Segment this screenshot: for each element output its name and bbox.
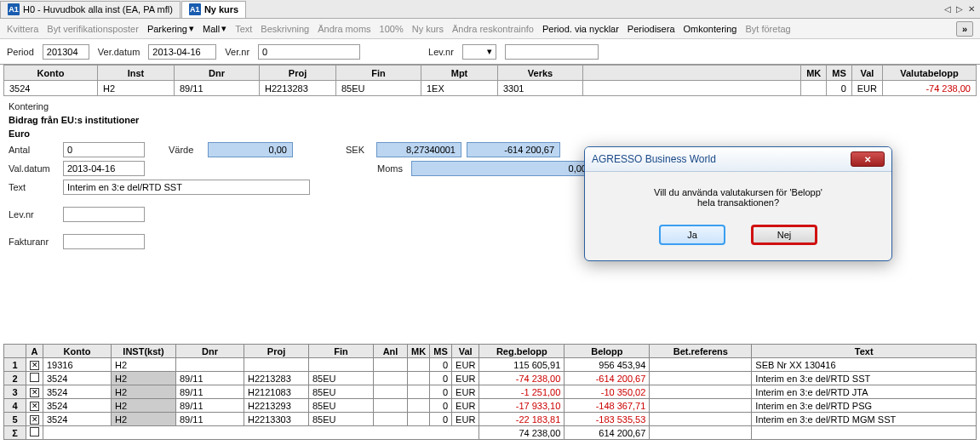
bcol-regbelopp[interactable]: Reg.belopp xyxy=(479,345,565,358)
cell-fin[interactable]: 85EU xyxy=(309,385,374,399)
cell-fin[interactable]: 85EU xyxy=(309,413,374,426)
cell-text[interactable]: Interim en 3:e del/RTD PSG xyxy=(752,399,977,413)
col-val[interactable]: Val xyxy=(851,66,882,81)
col-konto[interactable]: Konto xyxy=(4,66,98,81)
col-inst[interactable]: Inst xyxy=(98,66,175,81)
cell-inst[interactable]: H2 xyxy=(112,413,176,426)
menu-period-via-nycklar[interactable]: Period. via nycklar xyxy=(542,24,619,34)
cell-anl[interactable] xyxy=(374,413,408,426)
cell-dnr[interactable]: 89/11 xyxy=(175,81,260,96)
cell-dnr[interactable] xyxy=(176,358,244,372)
cell-ms[interactable]: 0 xyxy=(430,399,452,413)
cell-betref[interactable] xyxy=(650,385,752,399)
cell-val[interactable]: EUR xyxy=(452,399,479,413)
cell-verks[interactable]: 3301 xyxy=(498,81,583,96)
cell-proj[interactable]: H2213293 xyxy=(244,399,309,413)
cell-reg[interactable]: -1 251,00 xyxy=(479,385,565,399)
bcol-dnr[interactable]: Dnr xyxy=(176,345,244,358)
cell-betref[interactable] xyxy=(650,372,752,385)
cell-inst[interactable]: H2 xyxy=(112,399,176,413)
levnr-input2[interactable] xyxy=(63,207,145,222)
col-dnr[interactable]: Dnr xyxy=(175,66,260,81)
menu-parkering[interactable]: Parkering▾ xyxy=(147,23,194,34)
cell-fin[interactable] xyxy=(309,358,374,372)
cell-val[interactable]: EUR xyxy=(452,385,479,399)
cell-konto[interactable]: 3524 xyxy=(43,399,112,413)
cell-text[interactable]: Interim en 3:e del/RTD JTA xyxy=(752,385,977,399)
text-input[interactable] xyxy=(63,180,310,195)
cell-dnr[interactable]: 89/11 xyxy=(176,385,244,399)
bcol-fin[interactable]: Fin xyxy=(309,345,374,358)
vernr-input[interactable] xyxy=(258,44,360,60)
cell-fin[interactable]: 85EU xyxy=(309,399,374,413)
cell-bel[interactable]: 956 453,94 xyxy=(565,358,650,372)
cell-konto[interactable]: 3524 xyxy=(4,81,98,96)
cell-proj[interactable]: H2213283 xyxy=(244,372,309,385)
cell-text[interactable]: Interim en 3:e del/RTD MGM SST xyxy=(752,413,977,426)
cell-ms[interactable]: 0 xyxy=(430,413,452,426)
cell-bel[interactable]: -10 350,02 xyxy=(565,385,650,399)
cell-val[interactable]: EUR xyxy=(452,372,479,385)
tab-ny-kurs[interactable]: A1 Ny kurs xyxy=(181,1,246,18)
col-fin[interactable]: Fin xyxy=(336,66,421,81)
cell-mk[interactable] xyxy=(801,81,827,96)
cell-fin[interactable]: 85EU xyxy=(309,372,374,385)
bcol-betreferens[interactable]: Bet.referens xyxy=(650,345,752,358)
cell-bel[interactable]: -614 200,67 xyxy=(565,372,650,385)
menu-ny-kurs[interactable]: Ny kurs xyxy=(412,24,444,34)
cell-proj[interactable]: H2213283 xyxy=(260,81,336,96)
cell-betref[interactable] xyxy=(650,399,752,413)
tab-close-icon[interactable]: ✕ xyxy=(966,4,977,14)
menu-mall[interactable]: Mall▾ xyxy=(203,23,226,34)
cell-bel[interactable]: -148 367,71 xyxy=(565,399,650,413)
bcol-inst[interactable]: INST(kst) xyxy=(112,345,176,358)
bcol-val[interactable]: Val xyxy=(452,345,479,358)
cell-proj[interactable]: H2121083 xyxy=(244,385,309,399)
dialog-titlebar[interactable]: AGRESSO Business World ✕ xyxy=(585,147,891,172)
table-row[interactable]: 33524H289/11H212108385EU0EUR-1 251,00-10… xyxy=(4,385,977,399)
cell-reg[interactable]: -22 183,81 xyxy=(479,413,565,426)
cell-reg[interactable]: 115 605,91 xyxy=(479,358,565,372)
cell-val[interactable]: EUR xyxy=(452,413,479,426)
row-checkbox[interactable] xyxy=(26,385,43,399)
bcol-ms[interactable]: MS xyxy=(430,345,452,358)
valdatum-input[interactable] xyxy=(63,161,145,176)
cell-anl[interactable] xyxy=(374,358,408,372)
menu-andra-moms[interactable]: Ändra moms xyxy=(318,24,370,34)
close-icon[interactable]: ✕ xyxy=(851,151,885,167)
cell-proj[interactable] xyxy=(244,358,309,372)
cell-text[interactable]: Interim en 3:e del/RTD SST xyxy=(752,372,977,385)
cell-mpt[interactable]: 1EX xyxy=(421,81,498,96)
bcol-text[interactable]: Text xyxy=(752,345,977,358)
cell-inst[interactable]: H2 xyxy=(112,372,176,385)
tab-next-icon[interactable]: ▷ xyxy=(954,4,965,14)
cell-valutabelopp[interactable]: -74 238,00 xyxy=(883,81,977,96)
menu-kvittera[interactable]: Kvittera xyxy=(7,24,38,34)
cell-mk[interactable] xyxy=(408,372,430,385)
bcol-belopp[interactable]: Belopp xyxy=(565,345,650,358)
period-input[interactable] xyxy=(43,44,89,60)
bcol-a[interactable]: A xyxy=(26,345,43,358)
cell-bel[interactable]: -183 535,53 xyxy=(565,413,650,426)
cell-dnr[interactable]: 89/11 xyxy=(176,372,244,385)
row-checkbox[interactable] xyxy=(26,358,43,372)
menu-text[interactable]: Text xyxy=(235,24,252,34)
cell-ms[interactable]: 0 xyxy=(430,372,452,385)
cell-inst[interactable]: H2 xyxy=(112,385,176,399)
cell-inst[interactable]: H2 xyxy=(112,358,176,372)
cell-anl[interactable] xyxy=(374,399,408,413)
cell-proj[interactable]: H2213303 xyxy=(244,413,309,426)
tab-huvudbok[interactable]: A1 H0 - Huvudbok alla inst (EA, PA mfl) xyxy=(0,1,181,18)
cell-mk[interactable] xyxy=(408,385,430,399)
col-proj[interactable]: Proj xyxy=(260,66,336,81)
cell-inst[interactable]: H2 xyxy=(98,81,175,96)
menu-omkontering[interactable]: Omkontering xyxy=(684,24,737,34)
row-checkbox[interactable] xyxy=(26,399,43,413)
cell-konto[interactable]: 3524 xyxy=(43,372,112,385)
cell-reg[interactable]: -74 238,00 xyxy=(479,372,565,385)
cell-anl[interactable] xyxy=(374,385,408,399)
bcol-konto[interactable]: Konto xyxy=(43,345,112,358)
cell-mk[interactable] xyxy=(408,413,430,426)
bcol-mk[interactable]: MK xyxy=(408,345,430,358)
cell-konto[interactable]: 19316 xyxy=(43,358,112,372)
